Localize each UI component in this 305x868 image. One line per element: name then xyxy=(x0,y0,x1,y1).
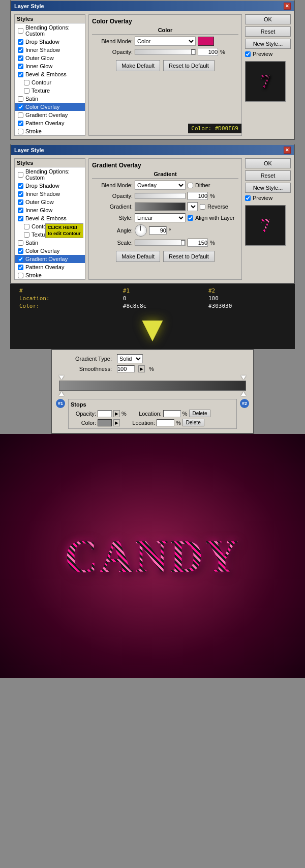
s2-inner-glow-checkbox[interactable] xyxy=(18,208,23,213)
s2-inner-shadow[interactable]: Inner Shadow xyxy=(15,190,85,198)
s2-blending-checkbox[interactable] xyxy=(18,172,23,178)
gradient-display-bar[interactable] xyxy=(59,381,246,391)
style-texture[interactable]: Texture xyxy=(15,86,85,95)
style-drop-shadow[interactable]: Drop Shadow xyxy=(15,38,85,46)
reverse-checkbox[interactable] xyxy=(200,204,205,210)
opacity-input[interactable]: 100 xyxy=(198,48,218,56)
stop1-circle[interactable]: #1 xyxy=(56,399,65,408)
make-default-btn-2[interactable]: Make Default xyxy=(116,251,160,262)
s2-outer-glow-checkbox[interactable] xyxy=(18,199,23,205)
blend-mode-select[interactable]: Color Normal Overlay Multiply xyxy=(135,37,196,46)
style-stroke-checkbox[interactable] xyxy=(18,129,23,134)
style-inner-shadow[interactable]: Inner Shadow xyxy=(15,46,85,54)
style-blending-options[interactable]: Blending Options: Custom xyxy=(15,23,85,38)
opacity-slider-2[interactable] xyxy=(135,193,186,199)
stops-opacity-delete[interactable]: Delete xyxy=(189,410,211,417)
ok-btn-1[interactable]: OK xyxy=(245,14,291,24)
color-stop-left[interactable] xyxy=(59,392,64,396)
s2-satin[interactable]: Satin xyxy=(15,239,85,247)
s2-pattern-overlay[interactable]: Pattern Overlay xyxy=(15,263,85,271)
s2-stroke[interactable]: Stroke xyxy=(15,271,85,279)
scale-input[interactable] xyxy=(188,239,208,247)
style-contour[interactable]: Contour xyxy=(15,78,85,86)
angle-input[interactable] xyxy=(149,226,167,235)
stops-color-stepper[interactable]: ▶ xyxy=(113,419,120,426)
align-checkbox[interactable] xyxy=(188,215,193,221)
reset-to-default-btn-2[interactable]: Reset to Default xyxy=(163,251,215,262)
dither-checkbox[interactable] xyxy=(188,183,193,188)
style-satin-checkbox[interactable] xyxy=(18,96,23,102)
s2-inner-glow[interactable]: Inner Glow xyxy=(15,206,85,214)
s2-stroke-checkbox[interactable] xyxy=(18,273,23,278)
gradient-type-select[interactable]: Solid Noise xyxy=(117,354,143,363)
new-style-btn-2[interactable]: New Style... xyxy=(245,183,291,193)
s2-bevel-emboss[interactable]: Bevel & Emboss xyxy=(15,214,85,222)
style-satin[interactable]: Satin xyxy=(15,95,85,103)
s2-bevel-emboss-checkbox[interactable] xyxy=(18,216,23,221)
s2-texture-checkbox[interactable] xyxy=(24,232,29,238)
s2-contour[interactable]: Contour CLICK HERE! to edit Contour xyxy=(15,222,85,230)
opacity-stop-left[interactable] xyxy=(59,375,64,380)
opacity-stop-right[interactable] xyxy=(241,375,246,380)
style-blending-options-checkbox[interactable] xyxy=(18,28,23,34)
s2-inner-shadow-checkbox[interactable] xyxy=(18,191,23,197)
s2-drop-shadow[interactable]: Drop Shadow xyxy=(15,182,85,190)
style-bevel-emboss[interactable]: Bevel & Emboss xyxy=(15,70,85,78)
style-select[interactable]: Linear Radial Angle Reflected Diamond xyxy=(135,213,186,222)
style-gradient-overlay-checkbox[interactable] xyxy=(18,112,23,118)
s2-pattern-overlay-checkbox[interactable] xyxy=(18,265,23,270)
s2-gradient-overlay-checkbox[interactable] xyxy=(18,256,23,262)
stop2-circle[interactable]: #2 xyxy=(240,399,249,408)
style-color-overlay[interactable]: Color Overlay xyxy=(15,103,85,111)
reset-btn-1[interactable]: Reset xyxy=(245,26,291,37)
style-outer-glow[interactable]: Outer Glow xyxy=(15,54,85,62)
gradient-dropdown[interactable]: ▼ xyxy=(188,202,198,211)
opacity-input-2[interactable] xyxy=(188,192,208,200)
scale-thumb[interactable] xyxy=(181,240,185,245)
blend-mode-select-2[interactable]: Overlay Normal Color xyxy=(135,181,186,190)
style-pattern-overlay-checkbox[interactable] xyxy=(18,121,23,126)
style-inner-glow-checkbox[interactable] xyxy=(18,64,23,69)
ok-btn-2[interactable]: OK xyxy=(245,158,291,168)
style-inner-glow[interactable]: Inner Glow xyxy=(15,62,85,70)
s2-color-overlay[interactable]: Color Overlay xyxy=(15,247,85,255)
scale-slider[interactable] xyxy=(135,240,186,246)
preview-checkbox-2[interactable] xyxy=(245,195,251,201)
style-contour-checkbox[interactable] xyxy=(24,80,29,85)
style-gradient-overlay[interactable]: Gradient Overlay xyxy=(15,111,85,119)
style-outer-glow-checkbox[interactable] xyxy=(18,55,23,61)
style-texture-checkbox[interactable] xyxy=(24,88,29,94)
style-color-overlay-checkbox[interactable] xyxy=(18,104,23,110)
dialog-close-btn-1[interactable]: ✕ xyxy=(284,3,291,10)
opacity-slider[interactable] xyxy=(135,49,196,55)
stops-opacity-input[interactable] xyxy=(98,410,112,417)
s2-color-overlay-checkbox[interactable] xyxy=(18,248,23,254)
stops-color-delete[interactable]: Delete xyxy=(182,419,204,426)
color-swatch[interactable] xyxy=(198,37,214,46)
gradient-preview[interactable] xyxy=(135,202,186,211)
style-bevel-emboss-checkbox[interactable] xyxy=(18,72,23,77)
style-drop-shadow-checkbox[interactable] xyxy=(18,39,23,45)
stops-opacity-stepper[interactable]: ▶ xyxy=(113,410,120,417)
stops-color-swatch[interactable] xyxy=(98,419,112,426)
s2-outer-glow[interactable]: Outer Glow xyxy=(15,198,85,206)
reset-to-default-btn[interactable]: Reset to Default xyxy=(163,60,215,71)
style-pattern-overlay[interactable]: Pattern Overlay xyxy=(15,119,85,127)
color-stop-right[interactable] xyxy=(241,392,246,396)
stops-color-loc-input[interactable] xyxy=(157,419,174,426)
angle-wheel[interactable] xyxy=(135,224,147,237)
s2-gradient-overlay[interactable]: Gradient Overlay xyxy=(15,255,85,263)
s2-drop-shadow-checkbox[interactable] xyxy=(18,183,23,189)
smoothness-input[interactable] xyxy=(117,365,135,372)
s2-satin-checkbox[interactable] xyxy=(18,240,23,246)
preview-checkbox-1[interactable] xyxy=(245,51,251,57)
style-inner-shadow-checkbox[interactable] xyxy=(18,47,23,53)
opacity-thumb[interactable] xyxy=(191,49,195,54)
reset-btn-2[interactable]: Reset xyxy=(245,170,291,181)
s2-texture[interactable]: Texture xyxy=(15,230,85,239)
stops-opacity-loc-input[interactable] xyxy=(163,410,181,417)
style-stroke[interactable]: Stroke xyxy=(15,127,85,135)
new-style-btn-1[interactable]: New Style... xyxy=(245,39,291,49)
make-default-btn[interactable]: Make Default xyxy=(116,60,160,71)
s2-contour-checkbox[interactable] xyxy=(24,224,29,229)
